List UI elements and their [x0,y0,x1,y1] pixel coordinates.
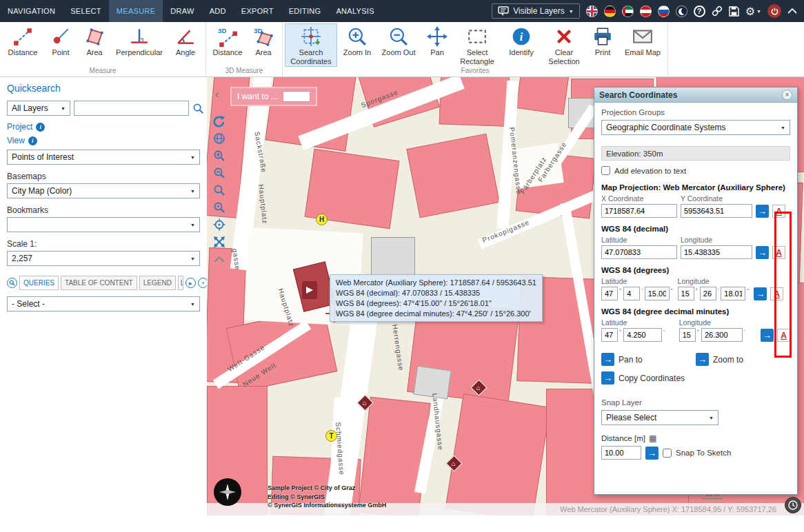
select-rectangle-button[interactable]: Select Rectangle [454,23,500,67]
lon-decimal-minutes-input[interactable] [701,328,743,342]
pan-to-button[interactable]: → Pan to [601,353,696,366]
point-button[interactable]: Point [43,23,78,67]
tab-table-of-content[interactable]: TABLE OF CONTENT [61,276,137,290]
3d-distance-button[interactable]: 3D Distance [208,23,247,67]
help-icon[interactable]: ? [694,6,705,17]
queries-circle-icon[interactable] [7,278,17,288]
identify-button[interactable]: i Identify [500,23,543,67]
zoom-in-button[interactable]: Zoom In [337,23,377,67]
lon-degrees-input[interactable] [678,287,694,300]
y-coordinate-input[interactable] [681,204,752,218]
view-link[interactable]: View i [7,136,200,145]
zoom-to-button[interactable]: → Zoom to [696,353,790,366]
query-select[interactable]: - Select - ▼ [7,296,200,311]
project-link[interactable]: Project i [7,122,200,132]
info-icon[interactable]: i [28,136,37,145]
refresh-icon[interactable] [212,114,226,128]
snap-layer-select[interactable]: Please Select ▼ [601,410,718,425]
view-select[interactable]: Points of Interest ▼ [7,150,200,165]
language-german-flag[interactable] [604,6,616,17]
logout-button[interactable] [767,4,781,18]
label-xy-button[interactable]: A [772,205,785,218]
x-coordinate-input[interactable] [601,204,677,218]
lon-seconds-input[interactable] [721,287,745,300]
menu-analysis[interactable]: ANALYSIS [328,0,381,22]
distance-input[interactable] [601,446,641,460]
info-icon[interactable]: i [36,123,45,132]
zoom-window-icon[interactable] [212,183,226,197]
zoom-out-icon[interactable] [212,166,226,180]
pan-button[interactable]: Pan [420,23,454,67]
label-degrees-button[interactable]: A [770,287,783,300]
menu-editing[interactable]: EDITING [281,0,329,22]
lat-seconds-input[interactable] [645,287,670,300]
apply-ddm-button[interactable]: → [761,329,774,342]
menu-export[interactable]: EXPORT [234,0,281,22]
language-arabic-flag[interactable] [622,6,634,17]
tab-scroll-right-icon[interactable]: ▸ [185,278,196,288]
apply-xy-button[interactable]: → [756,205,769,218]
longitude-decimal-input[interactable] [681,245,752,259]
lon-degrees-input[interactable] [679,328,696,342]
zoom-selection-icon[interactable] [212,201,226,214]
latitude-decimal-input[interactable] [601,245,677,259]
search-icon[interactable] [192,103,204,114]
toolbar-collapse-icon[interactable] [212,252,226,266]
center-target-icon[interactable] [212,218,226,232]
visible-layers-dropdown[interactable]: Visible Layers ▼ [492,3,579,19]
tab-legend[interactable]: LEGEND [139,276,176,290]
language-english-flag[interactable] [586,6,598,17]
menu-measure[interactable]: MEASURE [109,0,163,22]
distance-button[interactable]: Distance [2,23,43,67]
save-icon[interactable] [729,6,739,17]
zoom-in-icon[interactable] [212,149,226,163]
area-button[interactable]: Area [78,23,111,67]
menu-add[interactable]: ADD [202,0,234,22]
clear-selection-button[interactable]: Clear Selection [543,23,585,67]
lat-degrees-input[interactable] [601,328,618,342]
tab-queries[interactable]: QUERIES [19,276,59,290]
projection-group-select[interactable]: Geographic Coordinate Systems ▼ [601,120,790,135]
i-want-to-input[interactable] [283,91,310,102]
i-want-to-widget[interactable]: I want to ... [230,87,317,106]
grid-icon[interactable]: ▦ [649,433,656,443]
bookmarks-select[interactable]: ▼ [7,217,200,232]
full-extent-icon[interactable] [212,235,226,249]
snap-to-sketch-checkbox[interactable] [663,449,672,458]
print-button[interactable]: Print [585,23,620,67]
layer-filter-select[interactable]: All Layers ▼ [7,101,70,116]
lat-degrees-input[interactable] [601,287,618,300]
label-decimal-button[interactable]: A [772,246,785,259]
apply-distance-button[interactable]: → [645,447,659,460]
scale-select[interactable]: 2,257 ▼ [7,251,200,266]
zoom-out-button[interactable]: Zoom Out [377,23,420,67]
basemap-select[interactable]: City Map (Color) ▼ [7,183,200,198]
menu-navigation[interactable]: NAVIGATION [0,0,63,22]
search-coordinates-button[interactable]: Search Coordinates [285,23,337,67]
menu-select[interactable]: SELECT [63,0,109,22]
apply-decimal-button[interactable]: → [756,246,769,259]
link-icon[interactable] [712,6,723,17]
lon-minutes-input[interactable] [700,287,716,300]
language-austria-flag[interactable] [640,6,652,17]
night-mode-icon[interactable] [676,6,687,17]
copy-coordinates-button[interactable]: → Copy Coordinates [601,371,790,385]
lat-decimal-minutes-input[interactable] [623,328,662,342]
lat-minutes-input[interactable] [623,287,640,300]
panel-header[interactable]: Search Coordinates × [594,88,797,103]
history-clock-button[interactable] [785,497,801,513]
add-elevation-checkbox[interactable] [601,166,610,175]
apply-degrees-button[interactable]: → [754,287,767,300]
menu-draw[interactable]: DRAW [163,0,201,22]
tab-add-icon[interactable]: + [198,278,207,288]
collapse-ribbon-button[interactable] [787,8,797,14]
label-ddm-button[interactable]: A [777,329,790,342]
email-map-button[interactable]: Email Map [620,23,665,67]
globe-icon[interactable] [212,132,226,145]
3d-area-button[interactable]: 3D Area [247,23,280,67]
quicksearch-input[interactable] [74,101,189,116]
sidebar-collapse-button[interactable]: ‹ [215,88,219,100]
close-icon[interactable]: × [782,90,792,100]
angle-button[interactable]: Angle [168,23,203,67]
tab-cut[interactable]: L [178,276,183,290]
